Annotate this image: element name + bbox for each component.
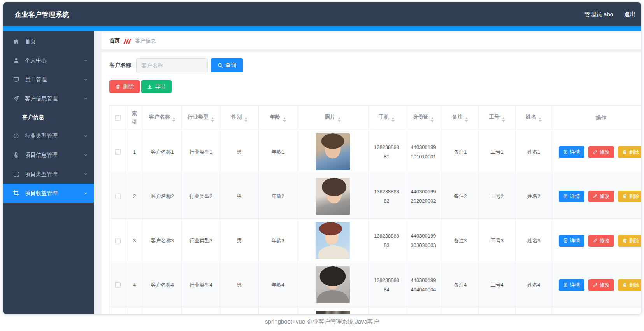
column-header-7[interactable]: 身份证	[405, 106, 442, 130]
sidebar-item-1[interactable]: 个人中心	[3, 51, 94, 70]
row-delete-button[interactable]: 删除	[618, 146, 642, 158]
sidebar-item-3[interactable]: 客户信息管理	[3, 89, 94, 108]
edit-button[interactable]: 修改	[588, 146, 614, 158]
select-all-header	[110, 106, 126, 130]
cell-work-no: 工号4	[490, 282, 503, 288]
column-header-9[interactable]: 工号	[479, 106, 516, 130]
cell-staff-name: 姓名2	[527, 193, 540, 199]
delete-button[interactable]: 删除	[109, 80, 140, 93]
row-delete-button[interactable]: 删除	[618, 279, 642, 291]
sort-caret-icon[interactable]	[391, 117, 395, 122]
cell-remark: 备注1	[454, 149, 467, 155]
cell-work-no: 工号3	[490, 238, 503, 243]
sidebar-item-6[interactable]: 项目信息管理	[3, 145, 94, 165]
detail-button[interactable]: 详情	[559, 191, 584, 202]
cell-customer-name: 客户名称1	[151, 149, 174, 155]
edit-button[interactable]: 修改	[588, 235, 614, 247]
sidebar-item-5[interactable]: 行业类型管理	[3, 126, 94, 145]
cell-index: 4	[133, 282, 136, 288]
export-button[interactable]: 导出	[141, 80, 172, 93]
column-header-0: 索引	[126, 106, 143, 130]
sort-caret-icon[interactable]	[502, 117, 505, 122]
sort-caret-icon[interactable]	[211, 117, 214, 122]
detail-button[interactable]: 详情	[559, 279, 584, 291]
monitor-icon	[13, 76, 19, 83]
edit-icon	[593, 149, 598, 154]
sort-caret-icon[interactable]	[465, 117, 468, 122]
column-header-10[interactable]: 姓名	[516, 106, 552, 130]
sort-caret-icon[interactable]	[244, 117, 247, 122]
document-icon	[563, 149, 568, 154]
column-header-5[interactable]: 照片	[297, 106, 369, 130]
edit-icon	[593, 238, 598, 243]
sort-caret-icon[interactable]	[172, 117, 175, 122]
cell-age: 年龄1	[271, 149, 284, 155]
customer-name-label: 客户名称	[109, 62, 131, 69]
cell-gender: 男	[237, 149, 242, 155]
sidebar-item-8[interactable]: 项目收益管理	[3, 184, 94, 203]
cell-staff-name: 姓名4	[527, 282, 540, 288]
sidebar-subitem-4[interactable]: 客户信息	[3, 108, 94, 126]
logout-link[interactable]: 退出	[624, 11, 636, 18]
cell-index: 3	[133, 238, 136, 243]
column-header-1[interactable]: 客户名称	[143, 106, 182, 130]
sort-caret-icon[interactable]	[338, 117, 341, 122]
top-navbar: 企业客户管理系统 管理员 abo 退出	[3, 2, 641, 26]
chevron-down-icon	[83, 172, 88, 177]
row-delete-button[interactable]: 删除	[618, 235, 642, 247]
cell-industry-type: 行业类型2	[189, 193, 212, 199]
column-label: 索引	[132, 110, 137, 125]
select-all-checkbox[interactable]	[115, 115, 121, 121]
admin-user-label: 管理员 abo	[584, 11, 613, 18]
customer-photo	[316, 178, 350, 215]
sort-caret-icon[interactable]	[539, 117, 542, 122]
breadcrumb-home[interactable]: 首页	[109, 37, 120, 44]
sort-caret-icon[interactable]	[431, 117, 434, 122]
query-button[interactable]: 查询	[211, 58, 243, 72]
table-header-row: 索引客户名称行业类型性别年龄照片手机身份证备注工号姓名操作	[110, 106, 642, 130]
customer-name-input[interactable]	[136, 58, 208, 72]
sidebar-item-7[interactable]: 项目类型管理	[3, 165, 94, 184]
row-checkbox[interactable]	[115, 238, 121, 243]
column-header-3[interactable]: 性别	[220, 106, 259, 130]
column-label: 性别	[232, 114, 242, 120]
table-body: 1客户名称1行业类型1男年龄11382388888144030019910101…	[110, 130, 642, 315]
customer-photo	[316, 222, 350, 259]
edit-button[interactable]: 修改	[588, 279, 614, 291]
sidebar-item-label: 客户信息管理	[25, 95, 58, 102]
column-header-4[interactable]: 年龄	[259, 106, 297, 130]
column-header-6[interactable]: 手机	[369, 106, 405, 130]
chevron-down-icon	[83, 152, 88, 158]
corners-icon	[13, 171, 19, 177]
cell-work-no: 工号2	[490, 193, 503, 199]
detail-button[interactable]: 详情	[559, 146, 584, 158]
cell-industry-type: 行业类型4	[189, 282, 212, 288]
document-icon	[563, 238, 568, 243]
cell-gender: 男	[237, 238, 242, 243]
column-header-2[interactable]: 行业类型	[182, 106, 220, 130]
sidebar-item-label: 首页	[25, 38, 36, 45]
detail-button[interactable]: 详情	[559, 235, 584, 247]
table-row: 详情修改删除	[110, 307, 642, 315]
edit-button[interactable]: 修改	[588, 191, 614, 202]
toolbar: 删除 导出	[109, 80, 641, 93]
sidebar-item-2[interactable]: 员工管理	[3, 70, 94, 89]
row-checkbox[interactable]	[115, 194, 121, 199]
app-title: 企业客户管理系统	[15, 10, 69, 19]
sidebar-item-0[interactable]: 首页	[3, 32, 94, 51]
customer-table: 索引客户名称行业类型性别年龄照片手机身份证备注工号姓名操作 1客户名称1行业类型…	[109, 105, 641, 314]
customer-photo	[316, 311, 350, 314]
row-checkbox[interactable]	[115, 149, 121, 155]
cell-customer-name: 客户名称2	[151, 193, 174, 199]
cell-phone: 13823888883	[374, 233, 399, 248]
customer-table-wrap: 索引客户名称行业类型性别年龄照片手机身份证备注工号姓名操作 1客户名称1行业类型…	[109, 105, 641, 314]
sort-caret-icon[interactable]	[283, 117, 286, 122]
cell-index: 1	[133, 149, 136, 155]
crop-icon	[13, 190, 19, 196]
home-icon	[13, 38, 19, 45]
chevron-down-icon	[83, 77, 88, 82]
chevron-down-icon	[83, 133, 88, 138]
column-header-8[interactable]: 备注	[442, 106, 479, 130]
row-checkbox[interactable]	[115, 282, 121, 288]
row-delete-button[interactable]: 删除	[618, 191, 642, 202]
